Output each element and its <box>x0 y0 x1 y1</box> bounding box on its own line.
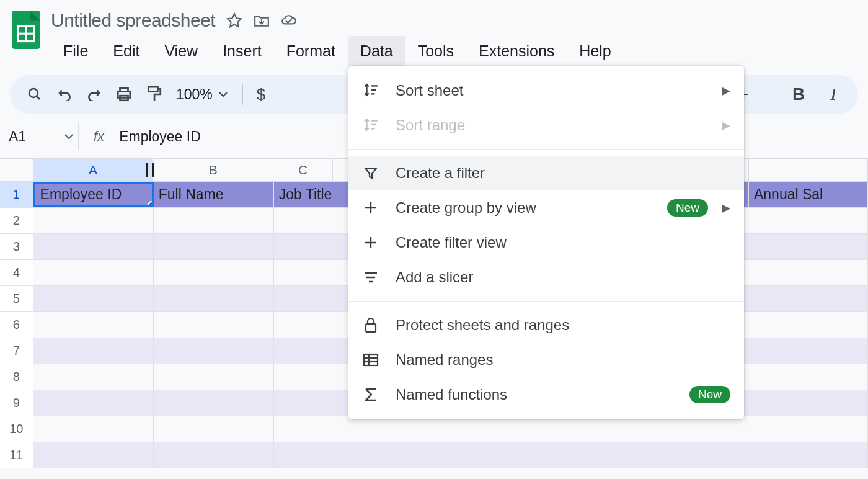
filter-icon <box>362 164 379 182</box>
new-badge: New <box>689 386 730 403</box>
row-header-1[interactable]: 1 <box>0 182 33 207</box>
svg-rect-24 <box>364 354 378 365</box>
print-icon[interactable] <box>110 81 138 108</box>
row-header[interactable]: 5 <box>0 286 33 311</box>
move-folder-icon[interactable] <box>254 12 270 29</box>
cell-b1[interactable]: Full Name <box>154 182 274 207</box>
submenu-arrow-icon: ▶ <box>722 84 730 97</box>
lock-icon <box>362 316 379 334</box>
row-header[interactable]: 11 <box>0 442 33 468</box>
row-header[interactable]: 4 <box>0 260 33 285</box>
cell[interactable] <box>154 338 274 364</box>
undo-icon[interactable] <box>51 81 78 108</box>
svg-rect-23 <box>366 324 376 332</box>
zoom-select[interactable]: 100% <box>170 86 234 103</box>
cell[interactable] <box>154 312 274 338</box>
menu-sort-range: Sort range ▶ <box>348 108 744 143</box>
menu-format[interactable]: Format <box>274 36 348 66</box>
document-title[interactable]: Untitled spreadsheet <box>51 10 215 31</box>
cell[interactable] <box>154 364 274 390</box>
cell[interactable] <box>33 442 154 468</box>
svg-point-4 <box>29 89 38 97</box>
paint-format-icon[interactable] <box>140 81 167 108</box>
sigma-icon <box>362 386 379 403</box>
submenu-arrow-icon: ▶ <box>722 119 730 132</box>
cell-partial-2[interactable]: Annual Sal <box>749 182 868 207</box>
menu-create-filter[interactable]: Create a filter <box>348 156 744 190</box>
cell[interactable] <box>274 416 868 442</box>
cloud-status-icon[interactable] <box>281 12 297 29</box>
column-header-b[interactable]: B <box>153 159 273 181</box>
cell[interactable] <box>33 208 154 233</box>
menu-separator <box>348 301 744 302</box>
data-menu-dropdown: Sort sheet ▶ Sort range ▶ Create a filte… <box>348 66 744 419</box>
new-badge: New <box>667 199 708 217</box>
menu-named-ranges[interactable]: Named ranges <box>348 342 744 377</box>
sort-range-icon <box>362 117 379 134</box>
menu-add-slicer[interactable]: Add a slicer <box>348 260 744 295</box>
slicer-icon <box>362 269 379 286</box>
redo-icon[interactable] <box>81 81 108 108</box>
row-header[interactable]: 10 <box>0 416 33 442</box>
menu-separator <box>348 149 744 150</box>
menu-help[interactable]: Help <box>567 36 623 66</box>
cell[interactable] <box>33 390 154 416</box>
toolbar-separator <box>771 84 771 105</box>
sheets-logo-icon[interactable] <box>10 7 42 52</box>
star-icon[interactable] <box>226 12 242 29</box>
menu-insert[interactable]: Insert <box>210 36 274 66</box>
menu-view[interactable]: View <box>152 36 210 66</box>
cell[interactable] <box>154 390 274 416</box>
cell[interactable] <box>154 234 274 259</box>
menu-protect-sheets[interactable]: Protect sheets and ranges <box>348 308 744 342</box>
fx-icon: fx <box>78 123 119 150</box>
submenu-arrow-icon: ▶ <box>722 201 730 215</box>
toolbar-separator <box>242 84 243 105</box>
currency-format-button[interactable]: $ <box>252 85 270 104</box>
cell[interactable] <box>274 442 868 468</box>
column-header-last[interactable] <box>749 159 868 181</box>
svg-line-5 <box>37 96 40 99</box>
cell[interactable] <box>33 416 154 442</box>
plus-icon <box>362 199 379 217</box>
cell[interactable] <box>154 416 274 442</box>
row-header[interactable]: 3 <box>0 234 33 259</box>
sort-icon <box>362 82 379 99</box>
cell[interactable] <box>33 338 154 364</box>
cell[interactable] <box>154 260 274 285</box>
menu-create-group-view[interactable]: Create group by view New ▶ <box>348 190 744 225</box>
menu-file[interactable]: File <box>51 36 100 66</box>
row-header[interactable]: 9 <box>0 390 33 416</box>
menu-sort-sheet[interactable]: Sort sheet ▶ <box>348 73 744 108</box>
cell[interactable] <box>33 364 154 390</box>
row-header[interactable]: 8 <box>0 364 33 390</box>
cell[interactable] <box>154 442 274 468</box>
menu-edit[interactable]: Edit <box>100 36 152 66</box>
menu-create-filter-view[interactable]: Create filter view <box>348 225 744 260</box>
menu-tools[interactable]: Tools <box>405 36 466 66</box>
menu-named-functions[interactable]: Named functions New <box>348 377 744 412</box>
select-all-corner[interactable] <box>0 159 33 181</box>
row-header[interactable]: 6 <box>0 312 33 338</box>
selection-handle[interactable] <box>148 201 154 207</box>
svg-rect-9 <box>148 87 157 92</box>
row-header[interactable]: 2 <box>0 208 33 233</box>
name-box[interactable]: A1 <box>4 128 78 145</box>
bold-button[interactable]: B <box>785 81 812 108</box>
cell[interactable] <box>154 286 274 311</box>
cell[interactable] <box>33 312 154 338</box>
menu-bar: File Edit View Insert Format Data Tools … <box>51 36 858 66</box>
menu-extensions[interactable]: Extensions <box>466 36 567 66</box>
row-header[interactable]: 7 <box>0 338 33 364</box>
column-header-a[interactable]: A <box>33 159 154 181</box>
search-icon[interactable] <box>21 81 48 108</box>
plus-icon <box>362 234 379 251</box>
cell[interactable] <box>33 234 154 259</box>
cell[interactable] <box>33 286 154 311</box>
cell-a1[interactable]: Employee ID <box>33 182 154 207</box>
cell[interactable] <box>154 208 274 233</box>
column-header-c[interactable]: C <box>273 159 333 181</box>
menu-data[interactable]: Data <box>348 36 405 66</box>
cell[interactable] <box>33 260 154 285</box>
italic-button[interactable]: I <box>820 81 847 108</box>
